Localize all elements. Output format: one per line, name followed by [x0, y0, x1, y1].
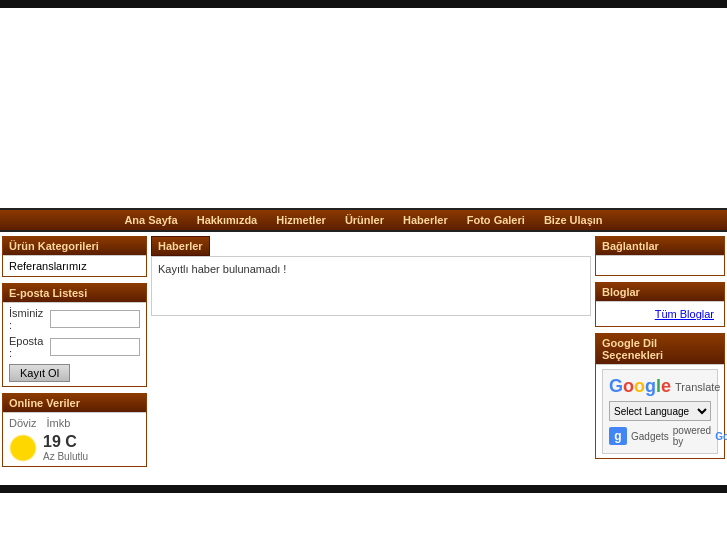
eposta-input[interactable] — [50, 338, 140, 356]
google-bottom-row: g Gadgets powered by Google — [609, 425, 711, 447]
eposta-label: Eposta : — [9, 335, 46, 359]
right-column: Bağlantılar Bloglar Tüm Bloglar Google D… — [595, 236, 725, 473]
translate-label: Translate — [675, 381, 720, 393]
eposta-content: İsminiz : Eposta : Kayıt Ol — [3, 302, 146, 386]
nav-hakkimizda[interactable]: Hakkımızda — [197, 214, 258, 226]
center-column: Haberler Kayıtlı haber bulunamadı ! — [151, 236, 591, 473]
powered-google-text: Google — [715, 431, 727, 442]
weather-info: 19 C Az Bulutlu — [43, 433, 88, 462]
nav-bizeulasin[interactable]: Bize Ulaşın — [544, 214, 603, 226]
bloglar-box: Bloglar Tüm Bloglar — [595, 282, 725, 327]
gadgets-text: Gadgets — [631, 431, 669, 442]
powered-by-text: powered by — [673, 425, 711, 447]
online-header: Online Veriler — [3, 394, 146, 412]
eposta-box: E-posta Listesi İsminiz : Eposta : Kayıt… — [2, 283, 147, 387]
bottom-bar — [0, 485, 727, 493]
nav-fotogaleri[interactable]: Foto Galeri — [467, 214, 525, 226]
bloglar-content: Tüm Bloglar — [596, 301, 724, 326]
isminiz-input[interactable] — [50, 310, 140, 328]
google-g-button[interactable]: g — [609, 427, 627, 445]
bloglar-header: Bloglar — [596, 283, 724, 301]
left-column: Ürün Kategorileri Referanslarımız E-post… — [2, 236, 147, 473]
google-dil-content: Google Translate Select Language g Gadge… — [596, 364, 724, 458]
google-logo: Google — [609, 376, 671, 397]
online-content: Döviz İmkb 19 C Az Bulutlu — [3, 412, 146, 466]
top-bar — [0, 0, 727, 8]
nav-urunler[interactable]: Ürünler — [345, 214, 384, 226]
sun-icon — [9, 434, 37, 462]
eposta-header: E-posta Listesi — [3, 284, 146, 302]
google-dil-header: Google Dil Seçenekleri — [596, 334, 724, 364]
doviz-label: Döviz — [9, 417, 37, 429]
main-layout: Ürün Kategorileri Referanslarımız E-post… — [0, 232, 727, 477]
haberler-content: Kayıtlı haber bulunamadı ! — [151, 256, 591, 316]
kayit-button[interactable]: Kayıt Ol — [9, 364, 70, 382]
online-title: Online Veriler — [9, 397, 80, 409]
nav-anasayfa[interactable]: Ana Sayfa — [124, 214, 177, 226]
online-veriler-box: Online Veriler Döviz İmkb 19 C Az Bulutl… — [2, 393, 147, 467]
haberler-header: Haberler — [151, 236, 210, 256]
baglantilar-box: Bağlantılar — [595, 236, 725, 276]
baglantilar-content — [596, 255, 724, 275]
nav-bar: Ana Sayfa Hakkımızda Hizmetler Ürünler H… — [0, 208, 727, 232]
weather-desc: Az Bulutlu — [43, 451, 88, 462]
translate-title-row: Google Translate — [609, 376, 711, 397]
google-dil-box: Google Dil Seçenekleri Google Translate … — [595, 333, 725, 459]
doviz-row: Döviz İmkb — [9, 417, 140, 429]
weather-row: 19 C Az Bulutlu — [9, 433, 140, 462]
kategori-box: Ürün Kategorileri Referanslarımız — [2, 236, 147, 277]
banner-area — [0, 8, 727, 208]
isminiz-label: İsminiz : — [9, 307, 46, 331]
tum-bloglar-link[interactable]: Tüm Bloglar — [602, 306, 718, 322]
kategori-header: Ürün Kategorileri — [3, 237, 146, 255]
nav-hizmetler[interactable]: Hizmetler — [276, 214, 326, 226]
nav-haberler[interactable]: Haberler — [403, 214, 448, 226]
baglantilar-header: Bağlantılar — [596, 237, 724, 255]
imkb-label: İmkb — [47, 417, 71, 429]
language-select[interactable]: Select Language — [609, 401, 711, 421]
kategori-content: Referanslarımız — [3, 255, 146, 276]
google-translate-widget: Google Translate Select Language g Gadge… — [602, 369, 718, 454]
temperature: 19 C — [43, 433, 88, 451]
